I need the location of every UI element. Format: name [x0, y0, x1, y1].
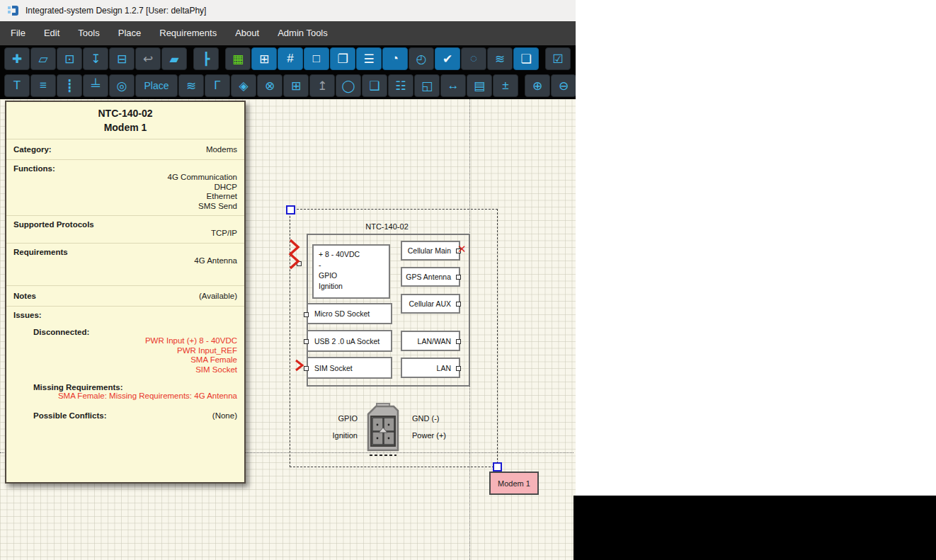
port-cellular-aux[interactable]: Cellular AUX [401, 294, 460, 314]
zoom-in-button[interactable]: ⊕ [525, 74, 550, 97]
power-connector-image[interactable] [363, 401, 404, 458]
port-lan[interactable]: LAN [401, 358, 460, 378]
tag-icon: ◈ [239, 79, 248, 93]
zoom-in-icon: ⊕ [532, 79, 542, 93]
menu-file[interactable]: File [1, 21, 35, 45]
divider [6, 215, 244, 216]
toolbar-drawing: T≡┋╧◎Place≋Γ◈⊗⊞↥◯❑☷◱↔▤±⊕⊖Q❖ [0, 72, 576, 99]
menu-bar: FileEditToolsPlaceRequirementsAboutAdmin… [0, 21, 576, 45]
port-sim[interactable]: SIM Socket [307, 357, 392, 379]
stack-button[interactable]: ≋ [487, 47, 513, 70]
disconnect-chevron-icon [295, 359, 304, 373]
adjust-icon: ± [502, 79, 508, 93]
text-tool-button[interactable]: T [4, 74, 30, 97]
frame-button[interactable]: ❑ [362, 74, 387, 97]
tag-button[interactable]: ◈ [231, 74, 256, 97]
chip-button[interactable]: ▦ [225, 47, 251, 70]
function-item: Ethernet [13, 192, 237, 202]
ellipse-button[interactable]: ◯ [336, 74, 361, 97]
frame-icon: ❑ [369, 79, 379, 93]
menu-admin-tools[interactable]: Admin Tools [268, 21, 337, 45]
category-label: Category: [13, 144, 52, 155]
notes-pad-icon: ▤ [474, 79, 485, 93]
panel-subtitle: Modem 1 [13, 120, 237, 135]
upload-button[interactable]: ↥ [309, 74, 335, 97]
snap-point-button[interactable]: □ [304, 47, 329, 70]
origin-target-icon: ◎ [117, 79, 127, 93]
window-layout-button[interactable]: ❐ [330, 47, 355, 70]
selection-icon: ◌ [470, 52, 477, 66]
power-line: GPIO [319, 270, 389, 281]
checklist-icon: ☑ [552, 52, 563, 67]
menu-about[interactable]: About [226, 21, 268, 45]
title-bar: Integrated-system Design 1.2.7 [User: de… [0, 0, 576, 22]
dimension-icon: ↔ [447, 79, 460, 93]
disconnected-item: SIM Socket [13, 365, 237, 375]
no-connect-button[interactable]: ⊗ [257, 74, 282, 97]
gauge-button[interactable]: ◴ [409, 47, 434, 70]
selection-handle-top-left[interactable] [286, 205, 295, 215]
revert-button[interactable]: ↩ [135, 47, 161, 70]
port-label: USB 2 .0 uA Socket [314, 337, 379, 345]
menu-tools[interactable]: Tools [69, 21, 108, 45]
save-as-button[interactable]: ↧ [83, 47, 108, 70]
disconnect-x-icon: ✕ [457, 243, 467, 256]
folder-button[interactable]: ▰ [161, 47, 187, 70]
select-area-button[interactable]: ⊞ [283, 74, 309, 97]
selection-button[interactable]: ◌ [461, 47, 486, 70]
list-button[interactable]: ☷ [388, 74, 413, 97]
port-label: Micro SD Socket [314, 309, 370, 318]
ruler-button[interactable]: ┋ [57, 74, 82, 97]
power-line: + 8 - 40VDC [319, 249, 389, 260]
align-button[interactable]: ≡ [30, 74, 56, 97]
menu-edit[interactable]: Edit [35, 21, 69, 45]
save-button[interactable]: ⊡ [57, 47, 82, 70]
origin-target-button[interactable]: ◎ [109, 74, 135, 97]
print-icon: ⊟ [117, 52, 127, 67]
waves-button[interactable]: ≋ [178, 74, 204, 97]
zoom-out-icon: ⊖ [559, 79, 569, 93]
open-file-button[interactable]: ▱ [30, 47, 56, 70]
grid-button[interactable]: ⊞ [251, 47, 277, 70]
place-button[interactable]: Place [135, 74, 178, 97]
ground-icon: ╧ [91, 79, 100, 93]
gauge-icon: ◴ [416, 52, 427, 67]
zoom-out-button[interactable]: ⊖ [551, 74, 576, 97]
port-lan-wan[interactable]: LAN/WAN [401, 331, 460, 351]
angle-button[interactable]: ◔ [382, 47, 408, 70]
redacted-region [573, 496, 936, 560]
dimension-button[interactable]: ↔ [440, 74, 466, 97]
blocks-button[interactable]: ❏ [513, 47, 539, 70]
port-gps-antenna[interactable]: GPS Antenna [401, 267, 460, 287]
missing-requirements-label: Missing Requirements: [13, 383, 237, 392]
menu-requirements[interactable]: Requirements [150, 21, 226, 45]
new-file-button[interactable]: ✚ [4, 47, 30, 70]
print-button[interactable]: ⊟ [109, 47, 135, 70]
validate-button[interactable]: ✔ [435, 47, 460, 70]
port-label: Cellular Main [408, 246, 451, 255]
corner-button[interactable]: Γ [205, 74, 230, 97]
function-item: SMS Send [13, 202, 237, 212]
notes-pad-button[interactable]: ▤ [467, 74, 492, 97]
port-usb[interactable]: USB 2 .0 uA Socket [307, 330, 392, 352]
checklist-button[interactable]: ☑ [545, 47, 571, 70]
hierarchy-button[interactable]: ┣ [193, 47, 219, 70]
ruler-icon: ┋ [66, 79, 73, 93]
panel-corner-button[interactable]: ◱ [414, 74, 440, 97]
power-input-port[interactable]: + 8 - 40VDC - GPIO Ignition [312, 244, 390, 299]
layers-button[interactable]: ☰ [356, 47, 382, 70]
panel-title: NTC-140-02 [13, 106, 237, 120]
window-layout-icon: ❐ [337, 52, 348, 67]
adjust-button[interactable]: ± [493, 74, 518, 97]
selection-handle-bottom-right[interactable] [493, 462, 502, 472]
port-micro-sd[interactable]: Micro SD Socket [307, 303, 392, 324]
menu-place[interactable]: Place [109, 21, 151, 45]
folder-icon: ▰ [169, 52, 178, 67]
pin [304, 312, 309, 317]
component-info-panel: NTC-140-02 Modem 1 Category: Modems Func… [5, 101, 246, 484]
grid-snap-button[interactable]: # [278, 47, 303, 70]
port-cellular-main[interactable]: Cellular Main [401, 241, 460, 261]
ground-button[interactable]: ╧ [83, 74, 108, 97]
modem-block[interactable]: Modem 1 [489, 472, 539, 495]
component-title: NTC-140-02 [307, 222, 467, 231]
